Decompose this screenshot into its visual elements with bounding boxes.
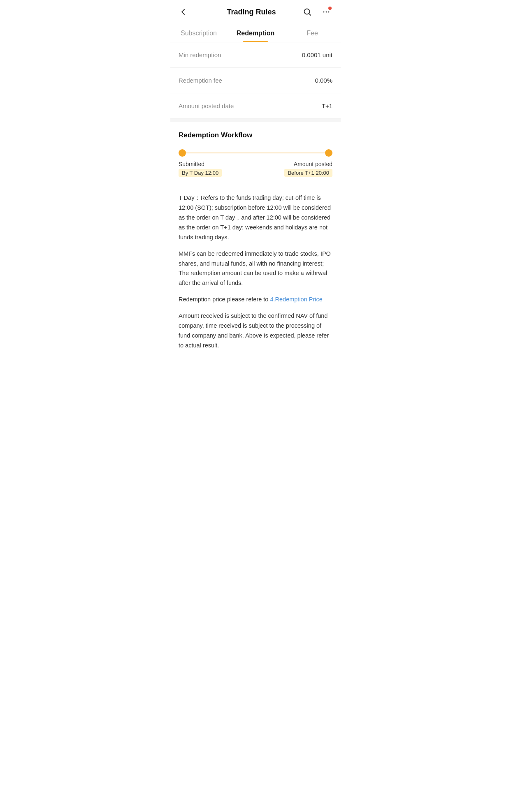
workflow-section: Redemption Workflow Submitted By T Day 1… bbox=[170, 122, 341, 187]
amount-posted-sublabel: Before T+1 20:00 bbox=[284, 169, 332, 177]
timeline-labels: Submitted By T Day 12:00 Amount posted B… bbox=[179, 161, 332, 177]
timeline-dots bbox=[179, 149, 332, 157]
tab-subscription[interactable]: Subscription bbox=[170, 24, 227, 42]
section-divider bbox=[170, 119, 341, 122]
timeline: Submitted By T Day 12:00 Amount posted B… bbox=[179, 149, 332, 177]
submitted-title: Submitted bbox=[179, 161, 222, 167]
redemption-fee-value: 0.00% bbox=[315, 77, 332, 84]
header: Trading Rules bbox=[170, 0, 341, 24]
tab-bar: Subscription Redemption Fee bbox=[170, 24, 341, 42]
timeline-dot-start bbox=[179, 149, 186, 157]
tab-fee[interactable]: Fee bbox=[284, 24, 341, 42]
svg-point-3 bbox=[328, 12, 330, 13]
submitted-sublabel: By T Day 12:00 bbox=[179, 169, 222, 177]
tab-redemption[interactable]: Redemption bbox=[227, 24, 284, 42]
timeline-label-amount-posted: Amount posted Before T+1 20:00 bbox=[284, 161, 332, 177]
header-left bbox=[177, 6, 202, 18]
redemption-fee-row: Redemption fee 0.00% bbox=[170, 68, 341, 93]
workflow-title: Redemption Workflow bbox=[179, 131, 332, 139]
notification-dot bbox=[328, 7, 332, 10]
timeline-dot-end bbox=[325, 149, 332, 157]
redemption-price-link[interactable]: 4.Redemption Price bbox=[270, 296, 322, 303]
desc-mmf: MMFs can be redeemed immediately to trad… bbox=[179, 249, 332, 289]
search-button[interactable] bbox=[301, 6, 314, 18]
min-redemption-label: Min redemption bbox=[179, 51, 221, 58]
desc-amount-received: Amount received is subject to the confir… bbox=[179, 311, 332, 351]
redemption-fee-label: Redemption fee bbox=[179, 77, 222, 84]
amount-posted-date-label: Amount posted date bbox=[179, 102, 234, 109]
svg-point-2 bbox=[326, 12, 327, 13]
amount-posted-date-value: T+1 bbox=[322, 102, 332, 109]
more-button[interactable] bbox=[320, 6, 332, 18]
descriptions-section: T Day：Refers to the funds trading day; c… bbox=[170, 187, 341, 357]
desc-tday: T Day：Refers to the funds trading day; c… bbox=[179, 193, 332, 243]
timeline-label-submitted: Submitted By T Day 12:00 bbox=[179, 161, 222, 177]
amount-posted-title: Amount posted bbox=[284, 161, 332, 167]
header-right bbox=[301, 6, 332, 18]
page-title: Trading Rules bbox=[202, 8, 301, 16]
back-button[interactable] bbox=[177, 6, 189, 18]
svg-point-1 bbox=[323, 12, 325, 13]
min-redemption-row: Min redemption 0.0001 unit bbox=[170, 42, 341, 68]
amount-posted-date-row: Amount posted date T+1 bbox=[170, 93, 341, 119]
min-redemption-value: 0.0001 unit bbox=[302, 51, 332, 58]
desc-price-link: Redemption price please refere to 4.Rede… bbox=[179, 295, 332, 305]
